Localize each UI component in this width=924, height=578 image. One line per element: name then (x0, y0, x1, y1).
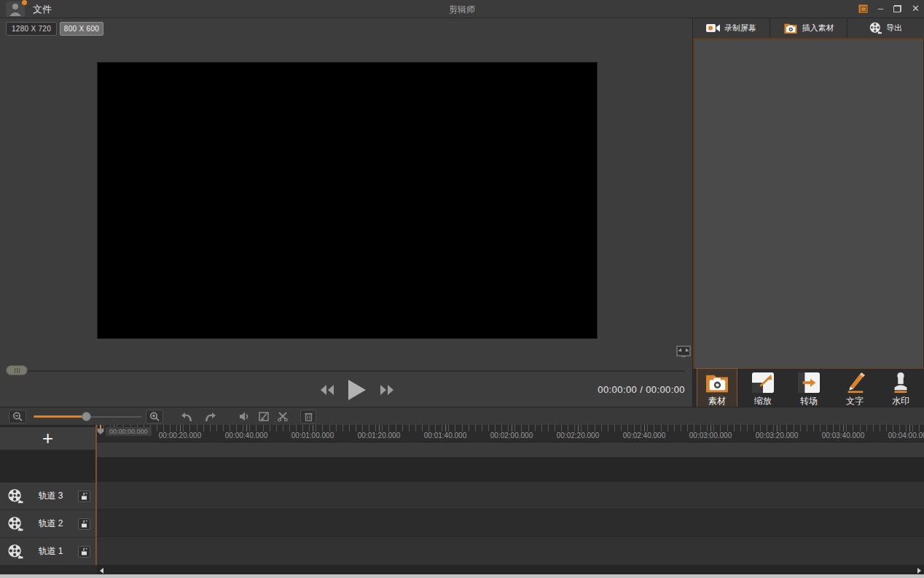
track-row-3[interactable]: 轨道 3 (0, 483, 95, 510)
ruler-label: 00:02:40.000 (623, 431, 665, 440)
track-row-2[interactable]: 轨道 2 (0, 510, 95, 538)
playhead-flag-icon (98, 429, 103, 434)
transition-icon (797, 372, 821, 394)
preview-canvas (97, 62, 598, 339)
app-title: 剪辑师 (0, 4, 924, 16)
trim-icon (259, 412, 269, 421)
tab-material[interactable]: 素材 (697, 368, 737, 409)
folder-camera-icon (705, 372, 729, 394)
track-header-column: + 轨道 3 (0, 425, 97, 565)
timeline-lane-gap (97, 457, 924, 482)
timeline-lane-track3[interactable] (97, 482, 924, 509)
ruler-label: 00:03:40.000 (822, 431, 864, 440)
rewind-button[interactable] (320, 384, 334, 396)
film-reel-icon (7, 488, 23, 504)
horizontal-scrollbar[interactable] (97, 565, 924, 574)
undo-icon (181, 412, 192, 421)
pencil-icon (843, 372, 866, 394)
tab-text-label: 文字 (846, 395, 864, 407)
close-button[interactable]: ✕ (912, 2, 920, 15)
window-controls: – ✕ (858, 2, 920, 15)
timeline-zoom-slider-fill (34, 415, 87, 418)
scrollbar-corner (0, 565, 97, 574)
track-label: 轨道 2 (23, 518, 78, 530)
tab-material-label: 素材 (708, 395, 726, 407)
ruler-label: 00:03:00.000 (689, 431, 732, 440)
redo-icon (205, 412, 216, 421)
restore-button[interactable] (893, 5, 901, 12)
ruler-ticks (97, 425, 924, 431)
playhead-time-label: 00:00:00.000 (106, 427, 152, 436)
play-button[interactable] (348, 379, 367, 401)
ruler-label: 00:02:20.000 (557, 431, 599, 440)
fullscreen-button[interactable] (676, 345, 691, 358)
zoom-out-icon (12, 412, 23, 421)
scroll-right-arrow[interactable] (917, 568, 921, 574)
zoom-in-button[interactable] (146, 410, 163, 423)
speaker-icon (239, 412, 249, 421)
trash-icon (305, 412, 313, 421)
ruler-label: 00:00:40.000 (225, 431, 267, 440)
insert-material-button[interactable]: 插入素材 (770, 18, 847, 38)
cut-button[interactable] (274, 410, 291, 423)
timeline-lane-top (97, 442, 924, 457)
scissors-icon (278, 412, 288, 421)
export-button[interactable]: 导出 (847, 18, 924, 38)
zoom-out-button[interactable] (9, 410, 26, 423)
track-lock-button[interactable] (78, 518, 90, 530)
ruler-label: 00:01:40.000 (424, 431, 466, 440)
scale-icon (751, 372, 775, 394)
track-label: 轨道 3 (23, 490, 78, 502)
ruler-label: 00:04:00.000 (888, 431, 924, 440)
ruler-label: 00:00:20.000 (159, 431, 201, 440)
track-lock-button[interactable] (78, 546, 90, 558)
zoom-in-icon (149, 412, 160, 421)
timeline-toolbar (0, 407, 924, 425)
track-row-1[interactable]: 轨道 1 (0, 538, 95, 566)
resolution-800x600-button[interactable]: 800 X 600 (60, 22, 103, 36)
resolution-1280x720-button[interactable]: 1280 X 720 (6, 22, 57, 36)
delete-button[interactable] (300, 410, 316, 423)
film-reel-icon (7, 516, 23, 531)
trim-button[interactable] (255, 410, 273, 423)
ruler-label: 00:03:20.000 (756, 431, 798, 440)
material-library-panel (693, 38, 924, 368)
pin-icon[interactable] (858, 4, 868, 13)
timeline-ruler[interactable]: 00:00:00.000 00:00:20.000 00:00:40.000 0… (97, 425, 924, 442)
tab-text[interactable]: 文字 (834, 369, 875, 408)
ruler-label: 00:02:00.000 (490, 431, 533, 440)
playhead[interactable] (98, 425, 104, 435)
preview-pan-slider-handle[interactable] (6, 365, 28, 375)
video-editor-window: 文件 剪辑师 – ✕ 1280 X 720 800 X 600 (0, 0, 924, 578)
track-lock-button[interactable] (78, 491, 90, 502)
record-screen-button[interactable]: 录制屏幕 (693, 18, 770, 38)
panel-actionbar: 录制屏幕 插入素材 导出 (693, 18, 924, 38)
tab-watermark[interactable]: 水印 (880, 369, 921, 408)
titlebar: 文件 剪辑师 – ✕ (0, 0, 924, 18)
timeline-lane-track1[interactable] (97, 537, 924, 565)
insert-material-label: 插入素材 (802, 23, 834, 34)
track-label: 轨道 1 (23, 545, 78, 558)
timeline-lane-track2[interactable] (97, 509, 924, 537)
timeline-zoom-slider-handle[interactable] (82, 412, 91, 421)
stamp-icon (890, 372, 912, 394)
camcorder-icon (706, 23, 720, 33)
fast-forward-button[interactable] (380, 384, 394, 396)
unlock-icon (81, 548, 87, 555)
unlock-icon (81, 493, 87, 500)
tab-scale[interactable]: 缩放 (743, 369, 783, 408)
add-track-button[interactable]: + (0, 427, 95, 450)
export-label: 导出 (886, 23, 902, 34)
tab-scale-label: 缩放 (754, 395, 772, 407)
tab-transition[interactable]: 转场 (788, 369, 829, 408)
preview-pan-slider-track[interactable] (7, 370, 685, 372)
transport-controls (306, 375, 408, 405)
unlock-icon (81, 520, 87, 528)
record-screen-label: 录制屏幕 (724, 23, 756, 34)
undo-button[interactable] (177, 410, 195, 423)
redo-button[interactable] (202, 410, 219, 423)
mute-button[interactable] (235, 410, 253, 423)
scroll-left-arrow[interactable] (100, 568, 103, 574)
minimize-button[interactable]: – (878, 2, 883, 15)
panel-tabsbar: 素材 缩放 转场 (693, 368, 924, 408)
